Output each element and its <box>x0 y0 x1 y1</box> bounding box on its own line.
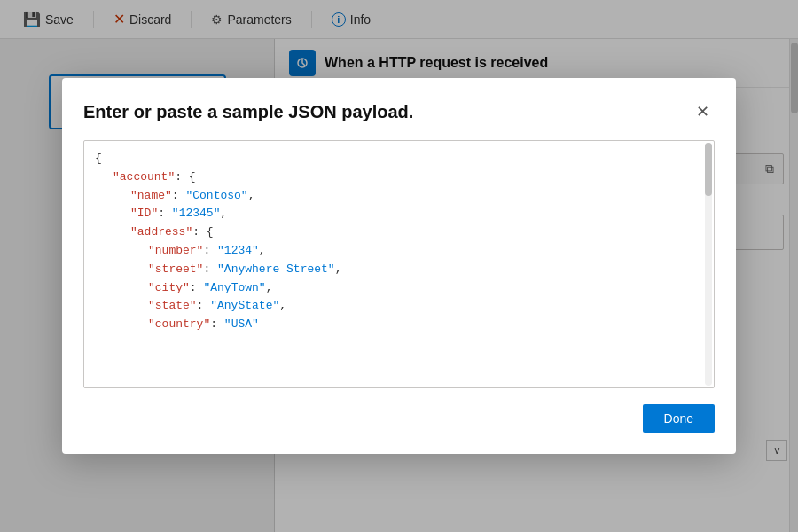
modal-dialog: Enter or paste a sample JSON payload. ✕ … <box>62 78 736 454</box>
modal-header: Enter or paste a sample JSON payload. ✕ <box>83 99 715 124</box>
modal-close-button[interactable]: ✕ <box>690 99 715 124</box>
json-line: "address": { <box>95 223 703 242</box>
json-line: "ID": "12345", <box>95 205 703 223</box>
modal-footer: Done <box>83 404 715 433</box>
json-line: "account": { <box>95 168 703 187</box>
json-line: "name": "Contoso", <box>95 187 703 206</box>
modal-overlay[interactable]: Enter or paste a sample JSON payload. ✕ … <box>0 0 798 532</box>
json-line: "city": "AnyTown", <box>95 279 703 298</box>
json-line: "street": "Anywhere Street", <box>95 261 703 279</box>
json-scrollbar-thumb <box>705 143 712 196</box>
json-line: "country": "USA" <box>95 316 703 334</box>
done-button[interactable]: Done <box>643 404 715 433</box>
json-editor[interactable]: { "account": { "name": "Contoso", "ID": … <box>83 140 715 388</box>
json-line: { <box>95 150 703 168</box>
json-scrollbar[interactable] <box>705 143 712 386</box>
json-line: "number": "1234", <box>95 242 703 261</box>
modal-title: Enter or paste a sample JSON payload. <box>83 102 413 122</box>
json-line: "state": "AnyState", <box>95 297 703 316</box>
